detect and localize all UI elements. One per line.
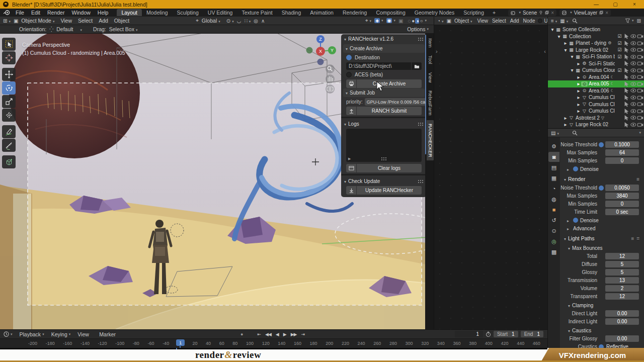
hide-viewport-eye-icon[interactable]: [630, 87, 637, 94]
falloff-curve-icon[interactable]: ∧: [261, 18, 265, 24]
workspace-tab[interactable]: Animation: [305, 9, 338, 16]
hide-viewport-eye-icon[interactable]: [630, 115, 637, 121]
outliner-row[interactable]: ▸ ⚙ Sci-Fi Station ba: [548, 60, 644, 67]
property-value-field[interactable]: 0: [605, 157, 639, 164]
proportional-editing-icon[interactable]: ◎: [254, 18, 258, 24]
object-name[interactable]: Sci-Fi Station ba: [589, 61, 615, 66]
expander-icon[interactable]: ▸: [576, 108, 581, 114]
object-name[interactable]: Collection: [569, 34, 591, 39]
use-nodes-checkbox[interactable]: [538, 19, 542, 23]
stopwatch-icon[interactable]: [486, 331, 491, 337]
property-value-field[interactable]: 0.00: [605, 310, 639, 317]
expander-icon[interactable]: ▾: [563, 47, 568, 53]
denoise-toggle-row[interactable]: Denoise: [560, 216, 644, 224]
end-frame-field[interactable]: End 1: [521, 331, 543, 337]
outliner-row[interactable]: ▸ ▽ Cumulus Cloud -: [548, 94, 644, 101]
properties-tab[interactable]: ▦: [548, 173, 559, 183]
object-name[interactable]: Planet - dying: [576, 40, 606, 46]
sidebar-tab[interactable]: View: [427, 69, 434, 86]
workspace-tab[interactable]: Compositing: [371, 9, 410, 16]
hide-viewport-eye-icon[interactable]: [630, 95, 637, 101]
disable-render-camera-icon[interactable]: [637, 47, 644, 53]
expander-icon[interactable]: ▾: [556, 34, 561, 39]
hide-viewport-eye-icon[interactable]: [630, 101, 637, 107]
light-paths-section-header[interactable]: Light Paths ≡ =: [560, 234, 644, 243]
expander-icon[interactable]: ▾: [570, 54, 575, 59]
submit-job-section[interactable]: Submit Job: [343, 88, 425, 97]
viewport-menu-item[interactable]: Select: [75, 18, 96, 24]
solid-shading-icon[interactable]: ●: [411, 18, 415, 24]
selectable-toggle-icon[interactable]: [623, 108, 629, 114]
timeline-menu-item[interactable]: Marker ▾: [96, 331, 122, 337]
viewport-menu-item[interactable]: Add: [96, 18, 111, 24]
object-name[interactable]: Scene Collection: [562, 27, 600, 32]
3d-cursor-tool[interactable]: [2, 51, 16, 64]
property-value-field[interactable]: 0.0050: [605, 185, 639, 191]
hide-viewport-eye-icon[interactable]: [630, 122, 637, 128]
selectable-toggle-icon[interactable]: [623, 95, 629, 101]
selectable-toggle-icon[interactable]: [623, 40, 629, 46]
property-value-field[interactable]: 0.1000: [605, 141, 639, 148]
blender-logo-icon[interactable]: [3, 10, 10, 15]
editor-type-icon[interactable]: ⊞▾: [3, 18, 11, 24]
expander-icon[interactable]: ▸: [576, 88, 581, 94]
maximize-button[interactable]: ▢: [606, 0, 625, 9]
object-name[interactable]: Cumulus Cloud -: [589, 102, 615, 107]
disable-render-camera-icon[interactable]: [637, 54, 644, 60]
property-value-field[interactable]: 0 sec: [605, 209, 639, 215]
scrollbar[interactable]: [425, 35, 426, 154]
outliner-row[interactable]: ▸ ⊙ Area.005 ☾: [548, 80, 644, 87]
update-ranchecker-button[interactable]: Update RANCHecker: [357, 186, 422, 195]
sidebar-tab[interactable]: Tool: [427, 52, 434, 67]
disable-render-camera-icon[interactable]: [637, 95, 644, 101]
properties-tab[interactable]: ⊙: [548, 226, 559, 236]
object-name[interactable]: Area.006: [589, 88, 609, 94]
rendered-shading-icon[interactable]: ○: [419, 18, 423, 24]
properties-tab[interactable]: ◔: [548, 184, 559, 194]
wireframe-shading-icon[interactable]: ◌: [407, 18, 411, 24]
select-box-tool[interactable]: [2, 38, 16, 51]
hide-viewport-eye-icon[interactable]: [630, 74, 637, 80]
disable-render-camera-icon[interactable]: [637, 67, 644, 73]
hide-viewport-eye-icon[interactable]: [630, 47, 637, 53]
property-value-field[interactable]: 0.00: [605, 318, 639, 325]
collection-checkbox-icon[interactable]: ☑: [616, 47, 623, 52]
outliner-row[interactable]: ▾ ▦ Large Rock 02 ☑: [548, 47, 644, 54]
selectable-toggle-icon[interactable]: [623, 87, 629, 94]
expander-icon[interactable]: ▸: [563, 40, 568, 46]
transport-button[interactable]: ◀: [276, 332, 279, 337]
selectable-toggle-icon[interactable]: [623, 33, 629, 39]
selectable-toggle-icon[interactable]: [623, 81, 629, 87]
property-value-field[interactable]: 0.00: [605, 335, 639, 342]
disable-render-camera-icon[interactable]: [637, 115, 644, 121]
sidebar-tab[interactable]: RebusFarm: [427, 87, 434, 119]
workspace-tab[interactable]: UV Editing: [203, 9, 237, 16]
zoom-button[interactable]: [326, 64, 335, 73]
transform-tool[interactable]: [2, 109, 16, 122]
outliner-row[interactable]: ▸ ▽ Cumulus Cloud -: [548, 101, 644, 108]
drag-handle-icon[interactable]: [418, 122, 424, 126]
outliner-row[interactable]: ▸ ▽ Large Rock 02: [548, 121, 644, 128]
measure-tool[interactable]: [2, 139, 16, 152]
priority-dropdown[interactable]: GPU-Low /Price 0.009 /56 cards ▾: [365, 98, 434, 106]
properties-tab[interactable]: ■: [548, 205, 559, 215]
denoise-checkbox[interactable]: [573, 166, 578, 171]
close-button[interactable]: ×: [625, 0, 644, 9]
rotate-tool[interactable]: [2, 81, 16, 95]
outliner-row[interactable]: ▸ ▽ Cumulus Cloud -: [548, 108, 644, 115]
selectable-toggle-icon[interactable]: [623, 122, 629, 128]
destination-path-field[interactable]: D:\Stuff\3D\Project\: [346, 62, 411, 70]
outliner-row[interactable]: ▾ ▦ Sci-Fi Station base ri ☑: [548, 53, 644, 60]
create-archive-section[interactable]: Create Archive: [343, 44, 425, 53]
expander-icon[interactable]: ▾: [570, 67, 575, 73]
menu-item[interactable]: Render: [44, 10, 68, 16]
preset-menu-icon[interactable]: ≡: [636, 176, 640, 182]
3d-viewport[interactable]: Z Y X Camera Perspective (1: [0, 34, 434, 329]
workspace-tab[interactable]: Sculpting: [173, 9, 203, 16]
pin-icon[interactable]: [539, 11, 543, 15]
log-expand-icon[interactable]: ▶: [348, 157, 351, 161]
advanced-toggle-row[interactable]: Advanced: [560, 224, 644, 232]
mode-dropdown[interactable]: Object Mode▾: [18, 18, 57, 24]
viewport-nav-buttons[interactable]: [326, 64, 335, 94]
property-value-field[interactable]: 12: [605, 293, 639, 300]
